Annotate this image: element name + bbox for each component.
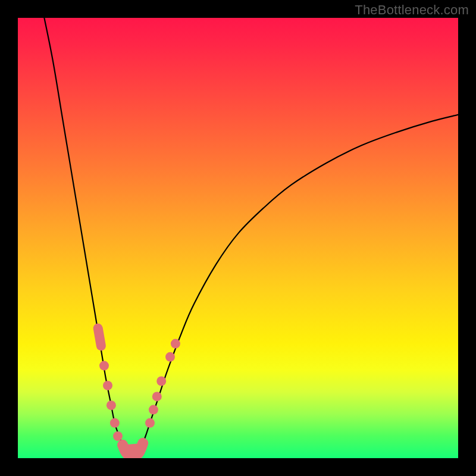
highlight-pill [124, 446, 128, 453]
bottom-u-pill [123, 443, 143, 456]
highlight-dot [156, 377, 166, 386]
highlight-dot [152, 392, 162, 401]
highlight-dot [165, 352, 175, 362]
highlight-dot [149, 405, 158, 415]
chart-frame: TheBottleneck.com [0, 0, 476, 476]
highlight-dot [171, 339, 180, 349]
highlight-pill [98, 328, 101, 346]
curve-left-branch [44, 18, 132, 456]
highlight-dot [145, 418, 155, 428]
curve-right-branch [132, 115, 458, 456]
watermark-text: TheBottleneck.com [355, 2, 469, 18]
highlight-dot [110, 418, 120, 428]
highlight-spots-right [145, 339, 180, 428]
highlight-dot [113, 431, 123, 441]
highlight-spots-left [98, 328, 128, 454]
plot-area [18, 18, 458, 458]
highlight-dot [103, 381, 112, 390]
highlight-dot [107, 400, 116, 410]
chart-overlay [18, 18, 458, 458]
highlight-dot [99, 361, 109, 371]
